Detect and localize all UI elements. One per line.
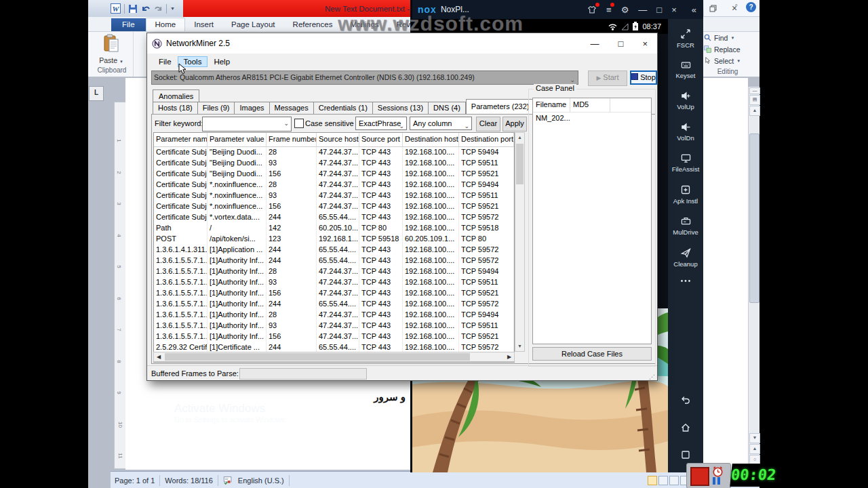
sidebar-item-fileassist[interactable]: FileAssist [672, 153, 700, 173]
table-row[interactable]: Certificate Subj..."Beijing Duodi...2847… [154, 147, 514, 158]
table-row[interactable]: Certificate Subj...*.vortex.data....2446… [154, 212, 514, 223]
table-row[interactable]: 1.3.6.1.5.5.7.1....[1]Authority Inf...28… [154, 310, 514, 321]
language-indicator[interactable]: English (U.S.) [238, 476, 284, 485]
resize-grip[interactable]: ⋰ [649, 373, 656, 380]
clear-button[interactable]: Clear [476, 117, 500, 131]
close-icon[interactable]: × [671, 5, 677, 14]
ribbon-tab-insert[interactable]: Insert [185, 18, 222, 31]
split-handle[interactable]: — [749, 87, 760, 94]
scrollbar-thumb[interactable] [516, 144, 524, 184]
scroll-right-icon[interactable]: ▶ [505, 352, 514, 361]
settings-gear-icon[interactable]: ⚙ [621, 5, 629, 14]
scroll-up-icon[interactable]: ▲ [515, 133, 524, 142]
find-button[interactable]: Find▼ [704, 32, 760, 43]
table-row[interactable]: Certificate Subj..."Beijing Duodi...1564… [154, 169, 514, 180]
column-dropdown[interactable]: Any column⌄ [410, 117, 472, 130]
menu-icon[interactable]: ≡ [606, 5, 612, 14]
ribbon-tab-page-layout[interactable]: Page Layout [222, 18, 284, 31]
column-header[interactable]: Source port [359, 133, 403, 146]
sidebar-item-volup[interactable]: VolUp [672, 91, 700, 110]
column-header[interactable]: Destination host [403, 133, 459, 146]
browse-previous-icon[interactable]: ▲ [749, 444, 760, 454]
word-logo-icon[interactable]: W [111, 3, 121, 14]
table-vertical-scrollbar[interactable]: ▲ ▼ [515, 132, 525, 352]
print-layout-view-icon[interactable] [648, 476, 657, 485]
table-row[interactable]: Certificate Subj...*.noxinfluence...1564… [154, 201, 514, 212]
match-mode-dropdown[interactable]: ExactPhrase⌄ [355, 117, 407, 130]
case-file-list[interactable]: FilenameMD5 NM_202... [532, 98, 652, 344]
table-row[interactable]: 1.3.6.1.5.5.7.1....[1]Authority Inf...15… [154, 331, 514, 342]
scroll-up-icon[interactable]: ▲ [749, 106, 760, 116]
ruler-toggle-icon[interactable]: ▤ [749, 95, 760, 105]
table-row[interactable]: 1.3.6.1.4.1.311...[1]Application ...2446… [154, 245, 514, 256]
scrollbar-thumb[interactable] [165, 353, 470, 361]
filter-keyword-input[interactable]: ⌄ [202, 117, 292, 131]
close-icon[interactable]: × [642, 39, 648, 49]
adapter-combobox[interactable]: Socket: Qualcomm Atheros AR8151 PCI-E Gi… [151, 70, 578, 85]
table-row[interactable]: 1.3.6.1.5.5.7.1....[1]Authority Inf...15… [154, 288, 514, 299]
scroll-down-icon[interactable]: ▼ [749, 433, 760, 443]
android-home-icon[interactable] [679, 422, 692, 433]
tab-images[interactable]: Images [235, 102, 269, 115]
tab-hosts-18[interactable]: Hosts (18) [153, 102, 198, 115]
table-row[interactable]: Certificate Subj...*.noxinfluence...2847… [154, 180, 514, 190]
sidebar-item-cleanup[interactable]: Cleanup [672, 247, 700, 268]
tab-dns-4[interactable]: DNS (4) [429, 102, 466, 115]
undo-icon[interactable] [141, 5, 151, 13]
word-count[interactable]: Words: 18/116 [165, 476, 213, 485]
restore-icon[interactable] [709, 5, 717, 12]
table-row[interactable]: 1.3.6.1.5.5.7.1....[1]Authority Inf...24… [154, 299, 514, 310]
sidebar-item-apk-instl[interactable]: Apk Instl [672, 184, 700, 205]
start-button[interactable]: ▶Start [588, 70, 627, 86]
column-header[interactable]: Destination port [459, 133, 514, 146]
record-stop-button[interactable] [690, 467, 709, 486]
tab-sessions-13[interactable]: Sessions (13) [373, 102, 429, 115]
maximize-icon[interactable]: □ [656, 5, 662, 14]
tab-files-9[interactable]: Files (9) [198, 102, 235, 115]
web-layout-view-icon[interactable] [669, 476, 679, 485]
menu-help[interactable]: Help [208, 56, 236, 67]
table-horizontal-scrollbar[interactable]: ◀ ▶ [153, 352, 515, 362]
fullscreen-view-icon[interactable] [658, 476, 668, 485]
menu-file[interactable]: File [153, 56, 178, 67]
case-sensitive-checkbox[interactable] [294, 119, 304, 128]
case-column-filename[interactable]: Filename [533, 98, 570, 112]
qat-customize-icon[interactable]: ▼ [170, 6, 175, 11]
minimize-icon[interactable]: — [638, 5, 647, 14]
apply-button[interactable]: Apply [502, 117, 527, 131]
table-row[interactable]: 1.3.6.1.5.5.7.1....[1]Authority Inf...28… [154, 266, 514, 277]
parameters-table[interactable]: Parameter nameParameter valueFrame numbe… [153, 132, 515, 363]
pause-icon[interactable] [713, 477, 720, 485]
sidebar-item-fscr[interactable]: FSCR [672, 28, 700, 49]
android-back-icon[interactable] [679, 395, 692, 406]
help-icon[interactable]: ? [746, 2, 756, 12]
column-header[interactable]: Parameter name [154, 133, 208, 146]
tab-credentials-1[interactable]: Credentials (1) [314, 102, 373, 115]
stop-button[interactable]: Stop [630, 70, 657, 85]
table-row[interactable]: 1.3.6.1.5.5.7.1....[1]Authority Inf...24… [154, 256, 514, 266]
page-indicator[interactable]: Page: 1 of 1 [115, 476, 155, 485]
sidebar-item-muldrive[interactable]: MulDrive [672, 216, 700, 236]
ribbon-tab-home[interactable]: Home [146, 18, 186, 31]
scroll-down-icon[interactable]: ▼ [515, 342, 524, 351]
collapse-sidebar-icon[interactable]: « [692, 5, 696, 14]
replace-button[interactable]: Replace [704, 43, 760, 55]
sidebar-item-keyset[interactable]: Keyset [672, 60, 700, 79]
ribbon-tab-file[interactable]: File [111, 18, 146, 31]
tab-stop-selector[interactable]: L [89, 86, 104, 101]
collapse-ribbon-icon[interactable]: ⌃ [734, 3, 739, 10]
ribbon-tab-references[interactable]: References [284, 18, 342, 31]
table-row[interactable]: Path/14260.205.10...TCP 80192.168.100...… [154, 223, 514, 234]
sidebar-item-more[interactable] [672, 279, 700, 283]
table-row[interactable]: Certificate Subj..."Beijing Duodi...9347… [154, 158, 514, 169]
word-vertical-scrollbar[interactable]: — ▤ ▲ ▼ ▲ ○ [748, 87, 760, 470]
scrollbar-thumb[interactable] [749, 134, 760, 303]
tab-messages[interactable]: Messages [270, 102, 314, 115]
scroll-left-icon[interactable]: ◀ [154, 352, 163, 361]
table-row[interactable]: 1.3.6.1.5.5.7.1....[1]Authority Inf...93… [154, 277, 514, 288]
sidebar-item-voldn[interactable]: VolDn [672, 122, 700, 142]
redo-icon[interactable] [154, 5, 163, 13]
table-row[interactable]: Certificate Subj...*.noxinfluence...9347… [154, 190, 514, 201]
paste-dropdown-icon[interactable]: ▼ [119, 60, 123, 64]
tab-parameters-232[interactable]: Parameters (232) [466, 99, 535, 115]
